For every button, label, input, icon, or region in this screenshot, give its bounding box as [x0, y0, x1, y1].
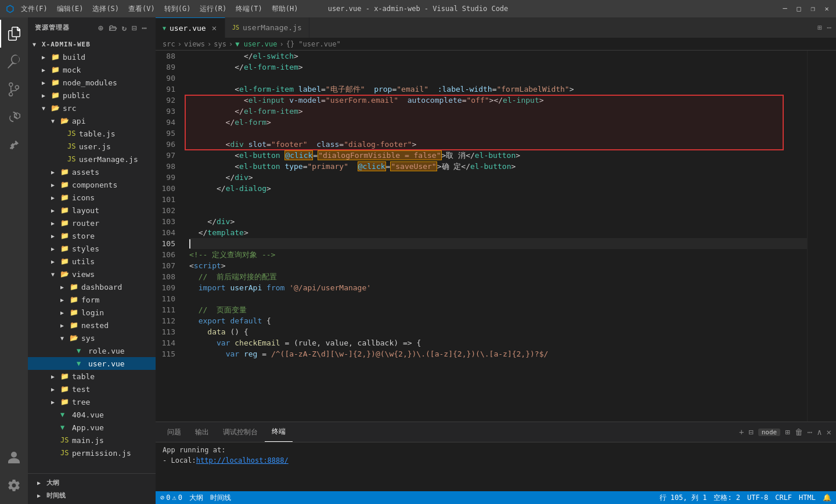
sidebar-item-table-js[interactable]: JS table.js	[28, 127, 156, 140]
extensions-icon[interactable]	[0, 131, 28, 159]
sidebar-item-icons[interactable]: ▶ 📁 icons	[28, 191, 156, 204]
restore-button[interactable]: ❐	[809, 5, 816, 12]
sidebar-item-assets[interactable]: ▶ 📁 assets	[28, 165, 156, 178]
sidebar-item-form[interactable]: ▶ 📁 form	[28, 293, 156, 306]
search-icon[interactable]	[0, 48, 28, 75]
outline-item[interactable]: ▶ 大纲	[33, 476, 151, 489]
menu-run[interactable]: 运行(R)	[197, 4, 229, 14]
tab-usermanage-js[interactable]: JS userManage.js	[225, 17, 309, 38]
status-errors[interactable]: ⊘ 0 ⚠ 0	[160, 494, 182, 502]
sidebar-item-app-vue[interactable]: ▶ ▼ App.vue	[28, 421, 156, 434]
terminal-tab-terminal[interactable]: 终端	[265, 422, 293, 442]
notifications-icon[interactable]: 🔔	[823, 494, 831, 502]
sidebar-item-tree[interactable]: ▶ 📁 tree	[28, 395, 156, 408]
sidebar-item-mock[interactable]: ▶ 📁 mock	[28, 63, 156, 76]
sidebar-item-nested[interactable]: ▶ 📁 nested	[28, 319, 156, 332]
outline-section: ▶ 大纲 ▶ 时间线	[28, 473, 156, 504]
sidebar-item-views[interactable]: ▼ 📂 views	[28, 268, 156, 280]
sidebar-item-build[interactable]: ▶ 📁 build	[28, 51, 156, 63]
status-outline[interactable]: 大纲	[189, 493, 203, 503]
status-language[interactable]: HTML	[799, 494, 816, 502]
sidebar-item-login[interactable]: ▶ 📁 login	[28, 306, 156, 319]
code-line-108: // 前后端对接的配置	[189, 271, 807, 282]
collapse-all-icon[interactable]: ⊟	[131, 22, 138, 34]
account-icon[interactable]	[0, 444, 28, 471]
sidebar-item-store[interactable]: ▶ 📁 store	[28, 229, 156, 242]
code-line-105	[189, 238, 807, 249]
sidebar-item-src[interactable]: ▼ 📂 src	[28, 102, 156, 114]
split-terminal-icon[interactable]: ⊟	[748, 427, 753, 437]
sidebar-item-role-vue[interactable]: ▼ role.vue	[28, 344, 156, 357]
status-position[interactable]: 行 105, 列 1	[660, 493, 707, 503]
new-folder-icon[interactable]: 🗁	[107, 22, 118, 34]
chevron-right-icon: ▶	[42, 67, 51, 73]
refresh-icon[interactable]: ↻	[121, 22, 128, 34]
menu-select[interactable]: 选择(S)	[90, 4, 121, 14]
terminal-tab-output[interactable]: 输出	[188, 422, 216, 442]
add-terminal-icon[interactable]: +	[739, 427, 744, 437]
breadcrumb-views[interactable]: views	[184, 40, 205, 48]
split-editor-icon[interactable]: ⊞	[817, 23, 822, 32]
terminal-tab-problems[interactable]: 问题	[160, 422, 188, 442]
trash-icon[interactable]: 🗑	[795, 427, 803, 437]
menu-edit[interactable]: 编辑(E)	[55, 4, 86, 14]
sidebar-item-table[interactable]: ▶ 📁 table	[28, 370, 156, 383]
close-button[interactable]: ✕	[823, 5, 830, 12]
breadcrumb-user-vue[interactable]: ▼ user.vue	[235, 40, 277, 48]
menu-help[interactable]: 帮助(H)	[269, 4, 301, 14]
sidebar-item-user-vue[interactable]: ▼ user.vue	[28, 357, 156, 370]
sidebar-item-utils[interactable]: ▶ 📁 utils	[28, 255, 156, 268]
status-timeline[interactable]: 时间线	[210, 493, 231, 503]
menu-goto[interactable]: 转到(G)	[162, 4, 193, 14]
tab-user-vue[interactable]: ▼ user.vue ✕	[156, 17, 225, 38]
explorer-icon[interactable]	[0, 20, 28, 48]
editor-content[interactable]: 88 89 90 91 92 93 94 95 96 97 98 99 100 …	[156, 51, 836, 422]
sidebar-item-user-js[interactable]: JS user.js	[28, 140, 156, 153]
sidebar-item-404-vue[interactable]: ▶ ▼ 404.vue	[28, 408, 156, 421]
sidebar-item-public[interactable]: ▶ 📁 public	[28, 89, 156, 102]
menu-terminal[interactable]: 终端(T)	[233, 4, 265, 14]
line-num-107: 107	[156, 260, 180, 271]
code-line-102	[189, 205, 807, 216]
sidebar-item-permission-js[interactable]: ▶ JS permission.js	[28, 447, 156, 459]
new-file-icon[interactable]: ⊕	[97, 22, 105, 34]
timeline-item[interactable]: ▶ 时间线	[33, 489, 151, 502]
status-encoding[interactable]: UTF-8	[747, 494, 768, 502]
maximize-button[interactable]: □	[795, 5, 802, 12]
layout-terminal-icon[interactable]: ⊞	[785, 427, 790, 437]
minimize-button[interactable]: ─	[781, 5, 788, 12]
more-actions-editor-icon[interactable]: ⋯	[827, 23, 831, 32]
sidebar-item-styles[interactable]: ▶ 📁 styles	[28, 242, 156, 255]
sidebar-item-node-modules[interactable]: ▶ 📁 node_modules	[28, 76, 156, 89]
more-actions-icon[interactable]: ⋯	[141, 22, 149, 34]
sidebar-item-dashboard[interactable]: ▶ 📁 dashboard	[28, 280, 156, 293]
sidebar-item-components[interactable]: ▶ 📁 components	[28, 178, 156, 191]
sidebar-item-sys[interactable]: ▼ 📂 sys	[28, 332, 156, 344]
breadcrumb-sys[interactable]: sys	[214, 40, 226, 48]
status-line-ending[interactable]: CRLF	[775, 494, 792, 502]
line-num-93: 93	[156, 106, 180, 117]
source-control-icon[interactable]	[0, 75, 28, 103]
breadcrumb-symbol[interactable]: {} "user.vue"	[286, 40, 341, 48]
sidebar-item-test[interactable]: ▶ 📁 test	[28, 383, 156, 395]
run-debug-icon[interactable]	[0, 103, 28, 131]
sidebar-item-main-js[interactable]: ▶ JS main.js	[28, 434, 156, 447]
sidebar-item-router[interactable]: ▶ 📁 router	[28, 217, 156, 229]
tab-close-user-vue[interactable]: ✕	[212, 23, 217, 33]
sidebar-item-project[interactable]: ▼ X-ADMIN-WEB	[28, 38, 156, 51]
status-spaces[interactable]: 空格: 2	[714, 493, 740, 503]
more-terminal-icon[interactable]: ⋯	[808, 427, 812, 437]
sidebar-item-api[interactable]: ▼ 📂 api	[28, 114, 156, 127]
terminal-url-local[interactable]: http://localhost:8888/	[196, 456, 289, 465]
terminal-label-local: - Local:	[163, 456, 196, 465]
menu-view[interactable]: 查看(V)	[126, 4, 157, 14]
settings-icon[interactable]	[0, 471, 28, 499]
terminal-tab-debug[interactable]: 调试控制台	[216, 422, 265, 442]
breadcrumb-src[interactable]: src	[163, 40, 175, 48]
sidebar-item-usermanage-js[interactable]: JS userManage.js	[28, 153, 156, 165]
sidebar-item-layout[interactable]: ▶ 📁 layout	[28, 204, 156, 217]
code-content: </div>	[189, 216, 235, 227]
close-terminal-icon[interactable]: ✕	[827, 427, 831, 437]
menu-file[interactable]: 文件(F)	[19, 4, 50, 14]
chevron-up-icon[interactable]: ∧	[817, 427, 821, 437]
